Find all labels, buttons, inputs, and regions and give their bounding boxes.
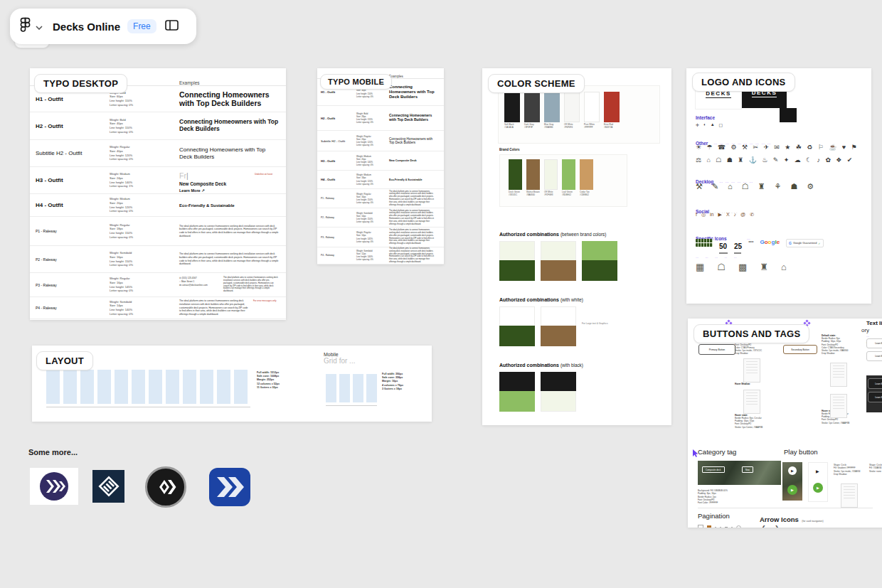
frame-layout[interactable]: Full width: 1512pxSafe zone: 1008pxMargi… bbox=[32, 346, 432, 422]
typo-row[interactable]: H2 - Outfit Weight: BoldSize: 28pxLine h… bbox=[317, 106, 444, 131]
frame-label-chip[interactable]: LAYOUT bbox=[36, 351, 93, 370]
logo-card-chevron-circle[interactable] bbox=[30, 468, 78, 505]
primary-button-chip[interactable]: Primary Button bbox=[698, 344, 735, 355]
color-swatch[interactable]: Cedar Tan#CB9B62 bbox=[580, 159, 593, 206]
typo-row[interactable]: P4 - Raleway Weight: SemiboldSize: 14pxL… bbox=[30, 297, 286, 319]
typo-row[interactable]: H3 - Outfit Weight: MediumSize: 20pxLine… bbox=[317, 151, 444, 171]
icon-glyph[interactable]: ☗ bbox=[727, 156, 733, 164]
icon-glyph[interactable]: ☁ bbox=[795, 156, 801, 164]
icon-glyph[interactable]: ◎ bbox=[701, 212, 706, 218]
icon-glyph[interactable]: ⌂ bbox=[728, 182, 733, 191]
typo-row[interactable]: P2 - Raleway Weight: SemiboldSize: 16pxL… bbox=[30, 246, 286, 273]
icon-glyph[interactable]: ▩ bbox=[738, 262, 747, 272]
frame-label-chip[interactable]: COLOR SCHEME bbox=[488, 74, 585, 93]
icon-glyph[interactable]: ⚐ bbox=[818, 144, 824, 151]
typo-row[interactable]: P3 - Raleway Weight: RegularSize: 16pxLi… bbox=[30, 273, 286, 297]
arrow-right-icon[interactable]: ❯ bbox=[775, 525, 780, 528]
chevron-down-icon[interactable] bbox=[36, 20, 43, 33]
typo-row[interactable]: P1 - Raleway Weight: RegularSize: 16pxLi… bbox=[317, 189, 444, 208]
icon-glyph[interactable]: ⚒ bbox=[696, 182, 703, 191]
icon-glyph[interactable]: ♪ bbox=[734, 212, 737, 218]
color-combination[interactable] bbox=[541, 306, 576, 346]
icon-glyph[interactable]: ⚑ bbox=[851, 144, 857, 151]
icon-glyph[interactable]: ▢ bbox=[719, 122, 723, 127]
color-combination[interactable] bbox=[541, 372, 576, 412]
icon-glyph[interactable]: ✂ bbox=[753, 144, 758, 151]
typo-row[interactable]: P3 - Raleway Weight: RegularSize: 14pxLi… bbox=[317, 228, 444, 247]
icon-glyph[interactable]: ♜ bbox=[738, 156, 743, 164]
frame-typo-desktop[interactable]: Styling Examples H1 - Outfit Weight: Bol… bbox=[30, 68, 286, 320]
logo-diamond-square[interactable] bbox=[92, 470, 124, 503]
icon-glyph[interactable]: ☂ bbox=[706, 144, 712, 151]
icon-glyph[interactable]: ♨ bbox=[762, 156, 767, 164]
frame-label-chip[interactable]: BUTTONS AND TAGS bbox=[694, 324, 809, 343]
icon-glyph[interactable]: ⚙ bbox=[731, 144, 737, 151]
frame-label-chip[interactable]: TYPO MOBILE bbox=[320, 74, 392, 90]
icon-glyph[interactable]: ⌂ bbox=[706, 156, 710, 164]
icon-glyph[interactable]: ☾ bbox=[806, 156, 812, 164]
arrow-left-icon[interactable]: ❮ bbox=[761, 525, 766, 528]
icon-glyph[interactable]: in bbox=[710, 212, 713, 218]
color-combination[interactable] bbox=[499, 306, 535, 346]
icon-glyph[interactable]: ♜ bbox=[760, 262, 768, 272]
icon-glyph[interactable]: ☖ bbox=[717, 262, 726, 272]
color-swatch[interactable]: Error Red#B4372A bbox=[604, 92, 620, 143]
figma-logo-icon[interactable] bbox=[20, 17, 31, 36]
learn-more-link-dark[interactable]: Learn More bbox=[868, 392, 882, 402]
icon-glyph[interactable]: ☘ bbox=[796, 144, 802, 151]
color-combination[interactable] bbox=[541, 241, 576, 281]
typo-row[interactable]: Subtitle H2 - Outfit Weight: RegularSize… bbox=[317, 131, 444, 151]
icon-glyph[interactable]: ⚘ bbox=[775, 182, 782, 191]
icon-glyph[interactable]: ✈ bbox=[763, 144, 769, 151]
icon-glyph[interactable]: ◐ bbox=[703, 122, 706, 127]
icon-glyph[interactable]: ♪ bbox=[817, 156, 821, 164]
learn-more-link-light[interactable]: Learn More bbox=[866, 351, 882, 361]
icon-glyph[interactable]: ✛ bbox=[696, 122, 699, 127]
icon-glyph[interactable]: ▦ bbox=[696, 262, 704, 272]
icon-glyph[interactable]: ♥ bbox=[842, 144, 846, 151]
secondary-button-chip[interactable]: Secondary Button bbox=[783, 345, 817, 354]
color-combination[interactable] bbox=[582, 241, 617, 281]
icon-glyph[interactable]: f bbox=[696, 212, 697, 218]
color-swatch[interactable]: Walnut Brown#8A6840 bbox=[526, 159, 540, 206]
icon-glyph[interactable]: ♜ bbox=[758, 182, 765, 191]
typo-row[interactable]: H2 - Outfit Weight: BoldSize: 40pxLine h… bbox=[30, 112, 286, 140]
icon-glyph[interactable]: ✎ bbox=[712, 182, 718, 191]
video-thumbnail[interactable]: ▶ ▶ bbox=[782, 462, 802, 501]
frame-typo-mobile[interactable]: Styling Examples H1 - Outfit Weight: Bol… bbox=[317, 68, 444, 264]
frame-label-chip[interactable]: TYPO DESKTOP bbox=[34, 74, 127, 93]
icon-glyph[interactable]: ⚙ bbox=[807, 182, 814, 191]
typo-row[interactable]: P4 - Raleway Weight: SemiboldSize: 12pxL… bbox=[317, 247, 444, 264]
icon-glyph[interactable]: @ bbox=[740, 212, 745, 218]
icon-glyph[interactable]: ⚒ bbox=[742, 144, 748, 151]
frame-label-chip[interactable]: LOGO AND ICONS bbox=[692, 73, 795, 92]
typo-row[interactable]: H3 - Outfit Weight: MediumSize: 24pxLine… bbox=[30, 167, 286, 194]
typo-row[interactable]: H4 - Outfit Weight: MediumSize: 18pxLine… bbox=[317, 171, 444, 189]
play-button-hover[interactable]: ▶ bbox=[787, 485, 797, 495]
color-swatch[interactable]: Soft Black#1A1A1A bbox=[504, 92, 520, 143]
icon-glyph[interactable]: ▶ bbox=[718, 212, 722, 218]
icon-glyph[interactable]: ⚖ bbox=[696, 156, 701, 164]
play-button-default[interactable]: ▶ bbox=[788, 466, 797, 475]
color-swatch[interactable]: Pure White#FFFFFF bbox=[584, 92, 600, 143]
logo-dark-circle-chevrons[interactable] bbox=[145, 466, 186, 508]
file-title[interactable]: Decks Online bbox=[53, 21, 120, 33]
icon-glyph[interactable]: ♻ bbox=[807, 144, 812, 151]
color-swatch[interactable]: Off White#F2F6E8 bbox=[544, 159, 558, 206]
icon-glyph[interactable]: ✆ bbox=[750, 212, 754, 218]
learn-more-link[interactable]: Learn More ↗ bbox=[179, 188, 279, 193]
icon-glyph[interactable]: ✉ bbox=[774, 144, 780, 151]
icon-glyph[interactable]: ★ bbox=[785, 144, 790, 151]
icon-glyph[interactable]: ✿ bbox=[825, 156, 831, 164]
learn-more-link-dark[interactable]: Learn More bbox=[868, 378, 882, 389]
frame-buttons-and-tags[interactable]: ory Primary Button Secondary Button Bord… bbox=[688, 319, 882, 528]
pagination-dots[interactable] bbox=[698, 525, 741, 528]
color-combination[interactable] bbox=[499, 241, 535, 281]
icon-glyph[interactable]: ⌂ bbox=[781, 262, 787, 272]
typo-row[interactable]: Subtitle H2 - Outfit Weight: RegularSize… bbox=[30, 140, 286, 167]
icon-glyph[interactable]: ☕ bbox=[829, 144, 836, 151]
typo-row[interactable]: P1 - Raleway Weight: RegularSize: 18pxLi… bbox=[30, 217, 286, 246]
green-badge-icon[interactable] bbox=[696, 239, 713, 247]
color-swatch[interactable]: Leaf Green#8DBE62 bbox=[562, 159, 575, 206]
category-tag[interactable]: Composite deck bbox=[702, 466, 725, 473]
